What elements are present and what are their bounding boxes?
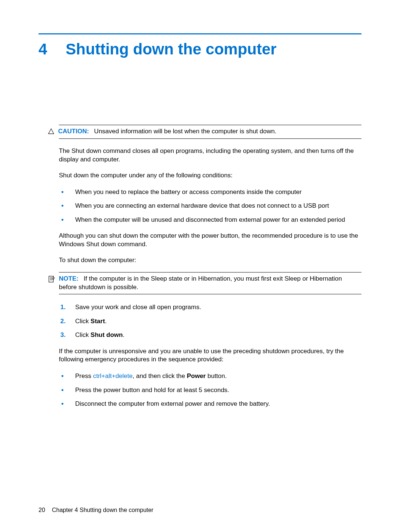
step-suffix: . <box>123 331 124 338</box>
caution-triangle-icon <box>48 128 54 136</box>
emergency-bold: Power <box>187 372 206 379</box>
emergency-prefix: Press <box>75 372 93 379</box>
page-footer: 20 Chapter 4 Shutting down the computer <box>39 507 153 513</box>
recommend-paragraph: Although you can shut down the computer … <box>59 232 361 249</box>
footer-chapter-label: Chapter 4 Shutting down the computer <box>52 507 153 513</box>
step-prefix: Click <box>75 331 91 338</box>
conditions-list: When you need to replace the battery or … <box>59 187 361 225</box>
content-block: CAUTION:Unsaved information will be lost… <box>59 125 361 409</box>
chapter-title: Shutting down the computer <box>66 40 276 58</box>
list-item: Click Shut down. <box>59 330 361 340</box>
note-text: If the computer is in the Sleep state or… <box>59 275 342 291</box>
list-item: Disconnect the computer from external po… <box>59 399 361 409</box>
list-item: Press ctrl+alt+delete, and then click th… <box>59 371 361 381</box>
list-item: Click Start. <box>59 317 361 326</box>
list-item: When you need to replace the battery or … <box>59 187 361 197</box>
list-item: Press the power button and hold for at l… <box>59 385 361 395</box>
step-text: Save your work and close all open progra… <box>75 304 201 311</box>
unresponsive-paragraph: If the computer is unresponsive and you … <box>59 347 361 364</box>
emergency-suffix: button. <box>206 372 227 379</box>
note-icon <box>48 275 55 284</box>
caution-label: CAUTION: <box>58 128 89 135</box>
intro-paragraph-2: Shut down the computer under any of the … <box>59 171 361 180</box>
list-item: When you are connecting an external hard… <box>59 201 361 211</box>
page-body: 4 Shutting down the computer CAUTION:Uns… <box>0 0 400 438</box>
emergency-list: Press ctrl+alt+delete, and then click th… <box>59 371 361 409</box>
caution-callout: CAUTION:Unsaved information will be lost… <box>59 125 361 139</box>
caution-text: Unsaved information will be lost when th… <box>94 128 276 135</box>
chapter-number: 4 <box>39 40 47 58</box>
step-suffix: . <box>105 318 107 325</box>
list-item: When the computer will be unused and dis… <box>59 215 361 225</box>
key-combo: ctrl+alt+delete <box>93 372 133 379</box>
page-number: 20 <box>39 507 45 513</box>
chapter-header: 4 Shutting down the computer <box>39 33 361 58</box>
emergency-mid: , and then click the <box>133 372 187 379</box>
intro-paragraph-1: The Shut down command closes all open pr… <box>59 147 361 164</box>
step-bold: Shut down <box>91 331 123 338</box>
step-prefix: Click <box>75 318 91 325</box>
lead-paragraph: To shut down the computer: <box>59 256 361 265</box>
note-label: NOTE: <box>59 275 79 282</box>
note-callout: NOTE:If the computer is in the Sleep sta… <box>59 272 361 294</box>
step-bold: Start <box>91 318 105 325</box>
list-item: Save your work and close all open progra… <box>59 302 361 312</box>
steps-list: Save your work and close all open progra… <box>59 302 361 340</box>
